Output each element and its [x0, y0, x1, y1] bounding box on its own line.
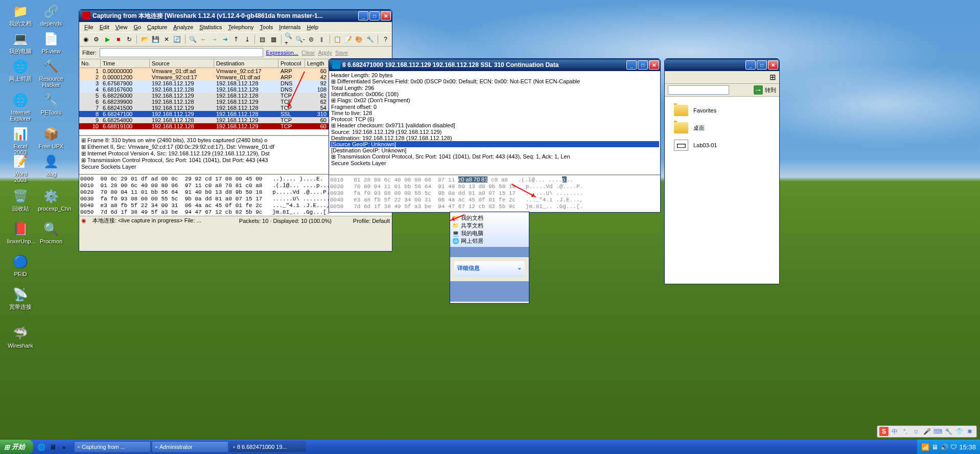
back-icon[interactable]: ← [199, 34, 208, 44]
close-button[interactable]: ✕ [768, 60, 778, 70]
titlebar[interactable]: 8 6.682471000 192.168.112.129 192.168.11… [329, 59, 660, 71]
last-icon[interactable]: ⤓ [242, 34, 252, 44]
taskbar-task[interactable]: ▫Administrator [152, 441, 228, 452]
desktop-icon-depends[interactable]: 🔗depends [38, 3, 64, 27]
zoomout-icon[interactable]: 🔍- [295, 34, 305, 44]
tree-line[interactable]: ⊞ Differentiated Services Field: 0x00 (D… [330, 78, 659, 85]
desktop-icon-free-upx[interactable]: 📦Free UPX [38, 126, 64, 149]
sidebar-item[interactable]: 📁 共享文档 [452, 222, 527, 230]
menu-file[interactable]: File [81, 23, 97, 31]
desktop-icon-procmon[interactable]: 🔍Procmon [38, 221, 64, 244]
detail-hex[interactable]: 0010 01 28 00 6c 40 00 80 06 97 11 c0 a8… [329, 174, 660, 211]
tree-line[interactable]: Identification: 0x006c (108) [330, 91, 659, 97]
start-button[interactable]: ⊞ 开始 [0, 440, 33, 454]
desktop-icon-petools[interactable]: 🔧PETools [38, 92, 64, 116]
menu-view[interactable]: View [112, 23, 131, 31]
detail-tree[interactable]: Header Length: 20 bytes⊞ Differentiated … [329, 71, 660, 174]
chevron-icon[interactable]: » [59, 442, 69, 452]
tree-line[interactable]: Total Length: 296 [330, 85, 659, 91]
file-list[interactable]: Favorites桌面▭Lab03-01 [665, 97, 779, 159]
ime-button[interactable]: 🔧 [944, 427, 953, 436]
desktop-icon-network[interactable]: 🌐网上邻居 [7, 58, 34, 82]
minimize-button[interactable]: _ [745, 60, 756, 70]
autoscroll-icon[interactable]: ▦ [269, 34, 278, 44]
save-icon[interactable]: 💾 [151, 34, 160, 44]
column-header[interactable]: Protocol [278, 59, 305, 67]
coloring-icon[interactable]: 🎨 [354, 34, 364, 44]
tree-line[interactable]: ⊞ Flags: 0x02 (Don't Fragment) [330, 97, 659, 104]
tree-line[interactable]: ⊞ Transmission Control Protocol, Src Por… [330, 153, 659, 160]
close-button[interactable]: ✕ [381, 11, 391, 20]
explorer-fragment[interactable]: 📁 我的文档 📁 共享文档 💻 我的电脑 🌐 网上邻居 详细信息⌄ [450, 212, 529, 304]
desktop-icon[interactable]: 🖥 [48, 442, 58, 452]
filter-input[interactable] [100, 48, 263, 57]
menu-go[interactable]: Go [130, 23, 144, 31]
stop-icon[interactable]: ■ [113, 34, 123, 44]
ime-button[interactable]: ✱ [965, 427, 974, 436]
help-icon[interactable]: ? [381, 34, 390, 44]
ime-logo-icon[interactable]: S [879, 427, 889, 436]
desktop-icon-my-documents[interactable]: 📁我的文档 [7, 3, 34, 27]
tree-line[interactable]: Protocol: TCP (6) [330, 116, 659, 122]
desktop-icon-procexp[interactable]: ⚙️procexp_Chn [38, 188, 64, 212]
sidebar-item[interactable]: 💻 我的电脑 [452, 230, 527, 237]
menu-internals[interactable]: Internals [276, 23, 304, 31]
menu-analyze[interactable]: Analyze [170, 23, 196, 31]
file-item[interactable]: ▭Lab03-01 [673, 137, 771, 154]
tray-icon[interactable]: 🛡 [950, 443, 957, 451]
desktop-icon-linxer[interactable]: 📕linxerUnp... [7, 221, 34, 244]
tray-icon[interactable]: 📶 [921, 443, 929, 451]
apply-link[interactable]: Apply [318, 50, 332, 56]
desktop-icon-recycle[interactable]: 🗑️回收站 [7, 188, 34, 212]
display-filter-icon[interactable]: 📝 [343, 34, 353, 44]
maximize-button[interactable]: □ [638, 60, 648, 70]
maximize-button[interactable]: □ [369, 11, 380, 20]
minimize-button[interactable]: _ [626, 60, 637, 70]
tree-line[interactable]: Secure Sockets Layer [330, 160, 659, 166]
expression-link[interactable]: Expression... [266, 50, 299, 56]
taskbar-task[interactable]: ▫Capturing from ... [74, 441, 151, 452]
zoom100-icon[interactable]: ⊜ [306, 34, 316, 44]
capture-filter-icon[interactable]: 📋 [333, 34, 342, 44]
desktop-icon-idag[interactable]: 👤idag [38, 153, 64, 177]
clear-link[interactable]: Clear [301, 50, 315, 56]
zoomin-icon[interactable]: 🔍+ [284, 34, 294, 44]
close-file-icon[interactable]: ✕ [161, 34, 171, 44]
desktop-icon-wireshark[interactable]: 🦈Wireshark [7, 325, 34, 349]
options-icon[interactable]: ⚙ [91, 34, 101, 44]
menu-telephony[interactable]: Telephony [225, 23, 256, 31]
maximize-button[interactable]: □ [757, 60, 767, 70]
column-header[interactable]: Destination [214, 59, 278, 67]
desktop-icon-ie[interactable]: 🌐InternetExplorer [7, 92, 34, 122]
column-header[interactable]: Source [150, 59, 214, 67]
ie-icon[interactable]: 🌐 [36, 442, 46, 452]
desktop-icon-broadband[interactable]: 📡宽带连接 [7, 286, 34, 310]
desktop-icon-word[interactable]: 📝Word 2003 [7, 153, 34, 183]
menu-edit[interactable]: Edit [97, 23, 112, 31]
menu-capture[interactable]: Capture [144, 23, 170, 31]
packet-detail-window[interactable]: 8 6.682471000 192.168.112.129 192.168.11… [329, 58, 661, 213]
address-input[interactable] [668, 85, 729, 95]
ime-toolbar[interactable]: S 中°,☺🎤⌨🔧👕✱ [877, 425, 977, 438]
tree-line[interactable]: [Source GeoIP: Unknown] [330, 141, 659, 147]
ime-button[interactable]: ☺ [912, 427, 921, 436]
tree-line[interactable]: Header Length: 20 bytes [330, 72, 659, 78]
desktop-icon-peid[interactable]: 🔵PEiD [7, 254, 34, 277]
tree-line[interactable]: Time to live: 128 [330, 110, 659, 116]
find-icon[interactable]: 🔍 [188, 34, 198, 44]
tree-line[interactable]: [Destination GeoIP: Unknown] [330, 147, 659, 153]
save-link[interactable]: Save [335, 50, 348, 56]
tree-line[interactable]: Fragment offset: 0 [330, 104, 659, 110]
ime-button[interactable]: 中 [890, 427, 899, 436]
first-icon[interactable]: ⤒ [231, 34, 241, 44]
tray-icon[interactable]: 🖥 [931, 443, 938, 451]
goto-icon[interactable]: ➜ [220, 34, 230, 44]
forward-icon[interactable]: → [209, 34, 219, 44]
column-header[interactable]: Time [101, 59, 150, 67]
ime-button[interactable]: ⌨ [933, 427, 942, 436]
ime-button[interactable]: °, [901, 427, 910, 436]
taskbar[interactable]: ⊞ 开始 🌐 🖥 » ▫Capturing from ...▫Administr… [0, 440, 980, 454]
close-button[interactable]: ✕ [649, 60, 659, 70]
resize-icon[interactable]: ⫿ [317, 34, 326, 44]
restart-icon[interactable]: ↻ [124, 34, 134, 44]
